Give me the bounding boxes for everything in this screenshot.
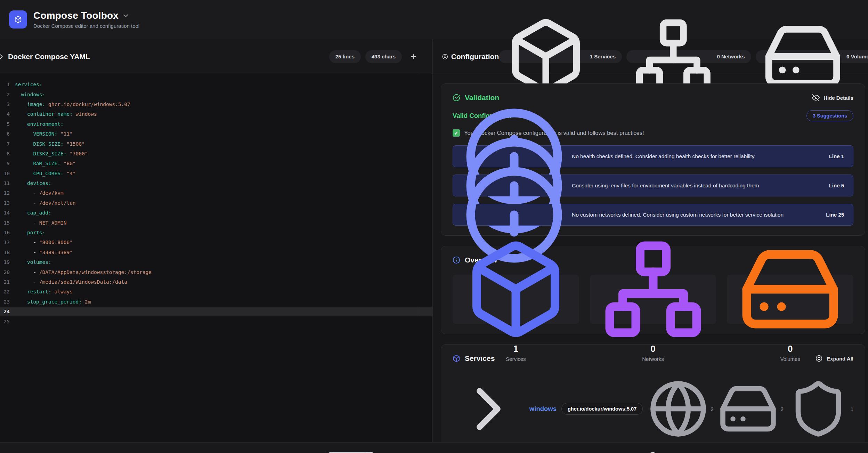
line-number: 19 bbox=[0, 259, 10, 265]
code-line[interactable]: 16 ports: bbox=[0, 228, 432, 237]
capabilities-count-value: 1 bbox=[851, 406, 853, 412]
code-line[interactable]: 10 CPU_CORES: "4" bbox=[0, 169, 432, 178]
box-icon bbox=[464, 237, 568, 341]
code-line[interactable]: 7 DISK_SIZE: "150G" bbox=[0, 139, 432, 148]
compose-toolbox-app: Compose Toolbox Docker Compose editor an… bbox=[0, 0, 868, 453]
code-text: services: bbox=[15, 82, 432, 87]
shield-icon bbox=[788, 379, 849, 439]
app-logo bbox=[9, 10, 27, 29]
code-line[interactable]: 12 - /dev/kvm bbox=[0, 188, 432, 198]
line-number: 6 bbox=[0, 131, 10, 137]
main-split: Docker Compose YAML 25 lines 493 chars 1… bbox=[0, 39, 868, 442]
line-number: 24 bbox=[0, 309, 10, 314]
line-number: 20 bbox=[0, 269, 10, 275]
service-meta: ghcr.io/dockur/windows:5.07221 bbox=[561, 379, 853, 439]
code-text: image: ghcr.io/dockur/windows:5.07 bbox=[15, 102, 432, 107]
service-name[interactable]: windows bbox=[529, 405, 557, 413]
code-line[interactable]: 3 image: ghcr.io/dockur/windows:5.07 bbox=[0, 99, 432, 109]
eye-off-icon bbox=[812, 94, 820, 102]
stat-tile-services: 1Services bbox=[453, 275, 579, 324]
suggestion-row[interactable]: No custom networks defined. Consider usi… bbox=[453, 204, 853, 226]
stat-value: 0 bbox=[788, 344, 793, 353]
validation-title: Validation bbox=[465, 94, 499, 102]
footer-toggle-view-button[interactable]: Toggle View bbox=[146, 448, 285, 453]
app-title-menu[interactable]: Compose Toolbox bbox=[33, 10, 139, 21]
code-line[interactable]: 24 bbox=[0, 307, 432, 316]
network-icon bbox=[601, 237, 705, 341]
code-line[interactable]: 2 windows: bbox=[0, 89, 432, 99]
panel-icon bbox=[146, 448, 250, 453]
ports-count-value: 2 bbox=[711, 406, 713, 412]
code-line[interactable]: 1services: bbox=[0, 80, 432, 89]
chars-count-badge: 493 chars bbox=[365, 50, 402, 63]
service-image-badge: ghcr.io/dockur/windows:5.07 bbox=[561, 403, 643, 415]
code-line[interactable]: 6 VERSION: "11" bbox=[0, 129, 432, 139]
chevron-right-icon[interactable] bbox=[453, 373, 525, 442]
code-text: - "3389:3389" bbox=[15, 250, 432, 255]
code-text: stop_grace_period: 2m bbox=[15, 299, 432, 305]
code-line[interactable]: 11 devices: bbox=[0, 178, 432, 188]
footer-shortcuts-button[interactable]: Shortcuts bbox=[447, 448, 580, 453]
service-row[interactable]: windowsghcr.io/dockur/windows:5.07221 bbox=[453, 373, 853, 442]
code-line[interactable]: 21 - /media/sda1/WindowsData:/data bbox=[0, 277, 432, 287]
check-emoji-icon: ✓ bbox=[453, 129, 460, 137]
line-number: 10 bbox=[0, 171, 10, 176]
config-summary-badge: 0 Networks bbox=[626, 50, 751, 63]
code-text: DISK_SIZE: "150G" bbox=[15, 141, 432, 147]
code-line[interactable]: 8 DISK2_SIZE: "700G" bbox=[0, 149, 432, 159]
config-panel-title: Configuration bbox=[451, 52, 499, 61]
code-line[interactable]: 19 volumes: bbox=[0, 257, 432, 267]
code-line[interactable]: 23 stop_grace_period: 2m bbox=[0, 297, 432, 307]
footer-light-button[interactable]: Light bbox=[601, 448, 722, 453]
line-number: 23 bbox=[0, 299, 10, 305]
collapse-chevron-icon[interactable] bbox=[0, 53, 5, 60]
code-text: container_name: windows bbox=[15, 111, 432, 117]
code-text: devices: bbox=[15, 180, 432, 186]
stat-label: Volumes bbox=[780, 356, 800, 362]
suggestions-count-badge[interactable]: 3 Suggestions bbox=[806, 110, 853, 121]
box-icon bbox=[453, 355, 460, 362]
drive-icon bbox=[718, 379, 778, 439]
stat-value: 1 bbox=[513, 344, 518, 353]
code-line[interactable]: 25 bbox=[0, 316, 432, 326]
capabilities-count: 1 bbox=[788, 379, 853, 439]
code-line[interactable]: 22 restart: always bbox=[0, 287, 432, 297]
code-line[interactable]: 17 - "8006:8006" bbox=[0, 237, 432, 247]
hide-details-button[interactable]: Hide Details bbox=[812, 94, 853, 102]
suggestion-line-ref: Line 1 bbox=[829, 153, 844, 159]
stat-value: 0 bbox=[650, 344, 655, 353]
yaml-editor-panel: Docker Compose YAML 25 lines 493 chars 1… bbox=[0, 39, 433, 442]
chevron-down-icon[interactable] bbox=[122, 12, 130, 19]
code-line[interactable]: 13 - /dev/net/tun bbox=[0, 198, 432, 208]
code-text: - /DATA/AppData/windowsstorage:/storage bbox=[15, 269, 432, 275]
line-number: 17 bbox=[0, 240, 10, 245]
config-badge-label: 1 Services bbox=[590, 54, 616, 59]
suggestion-text: No health checks defined. Consider addin… bbox=[572, 153, 755, 160]
code-line[interactable]: 5 environment: bbox=[0, 119, 432, 129]
line-number: 25 bbox=[0, 319, 10, 324]
app-header: Compose Toolbox Docker Compose editor an… bbox=[0, 0, 868, 39]
yaml-code-editor[interactable]: 1services:2 windows:3 image: ghcr.io/doc… bbox=[0, 74, 432, 442]
code-line[interactable]: 4 container_name: windows bbox=[0, 109, 432, 119]
stat-tile-networks: 0Networks bbox=[590, 275, 716, 324]
code-text: - /dev/net/tun bbox=[15, 200, 432, 206]
footer-help-button[interactable]: Help bbox=[306, 448, 426, 453]
code-text: ports: bbox=[15, 230, 432, 235]
expand-all-button[interactable]: Expand All bbox=[815, 355, 853, 362]
code-line[interactable]: 14 cap_add: bbox=[0, 208, 432, 218]
volumes-count: 2 bbox=[718, 379, 783, 439]
code-text: cap_add: bbox=[15, 210, 432, 216]
code-line[interactable]: 9 RAM_SIZE: "8G" bbox=[0, 159, 432, 168]
line-number: 16 bbox=[0, 230, 10, 235]
lines-count-badge: 25 lines bbox=[329, 50, 361, 63]
add-button[interactable] bbox=[407, 50, 421, 64]
config-summary-badge: 1 Services bbox=[499, 50, 622, 63]
info-icon bbox=[453, 256, 460, 264]
code-line[interactable]: 15 - NET_ADMIN bbox=[0, 218, 432, 227]
config-summary-badge: 0 Volumes bbox=[756, 50, 868, 63]
code-line[interactable]: 18 - "3389:3389" bbox=[0, 248, 432, 257]
code-line[interactable]: 20 - /DATA/AppData/windowsstorage:/stora… bbox=[0, 267, 432, 277]
config-badge-label: 0 Networks bbox=[717, 54, 745, 59]
stat-label: Networks bbox=[642, 356, 664, 362]
config-badge-label: 0 Volumes bbox=[846, 54, 868, 59]
